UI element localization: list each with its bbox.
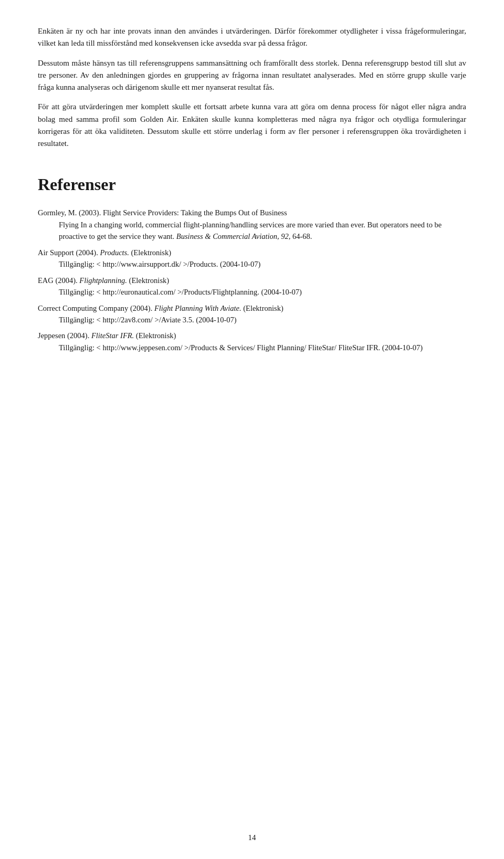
reference-airsupport-url: Tillgänglig: < http://www.airsupport.dk/… (38, 258, 466, 270)
page: Enkäten är ny och har inte provats innan… (0, 0, 504, 859)
reference-cc-url: Tillgänglig: < http://2av8.com/ >/Aviate… (38, 314, 466, 326)
reference-airsupport: Air Support (2004). Products. (Elektroni… (38, 247, 466, 270)
page-number: 14 (248, 833, 256, 842)
reference-eag-main: EAG (2004). Flightplanning. (Elektronisk… (38, 276, 169, 285)
reference-cc-main: Correct Computing Company (2004). Flight… (38, 304, 284, 312)
reference-gormley-cont: Flying In a changing world, commercial f… (38, 219, 466, 243)
references-section: Referenser Gormley, M. (2003). Flight Se… (38, 175, 466, 353)
reference-jeppesen-main: Jeppesen (2004). FliteStar IFR. (Elektro… (38, 331, 176, 340)
paragraph-1: Enkäten är ny och har inte provats innan… (38, 25, 466, 50)
paragraph-2: Dessutom måste hänsyn tas till referensg… (38, 57, 466, 94)
references-heading: Referenser (38, 175, 466, 194)
reference-eag-url: Tillgänglig: < http://euronautical.com/ … (38, 286, 466, 298)
reference-correct-computing: Correct Computing Company (2004). Flight… (38, 302, 466, 326)
reference-gormley: Gormley, M. (2003). Flight Service Provi… (38, 207, 466, 242)
reference-airsupport-main: Air Support (2004). Products. (Elektroni… (38, 248, 171, 257)
paragraph-3: För att göra utvärderingen mer komplett … (38, 101, 466, 150)
reference-eag: EAG (2004). Flightplanning. (Elektronisk… (38, 275, 466, 298)
reference-jeppesen: Jeppesen (2004). FliteStar IFR. (Elektro… (38, 330, 466, 353)
reference-jeppesen-url: Tillgänglig: < http://www.jeppesen.com/ … (38, 342, 466, 353)
reference-gormley-main: Gormley, M. (2003). Flight Service Provi… (38, 208, 287, 217)
